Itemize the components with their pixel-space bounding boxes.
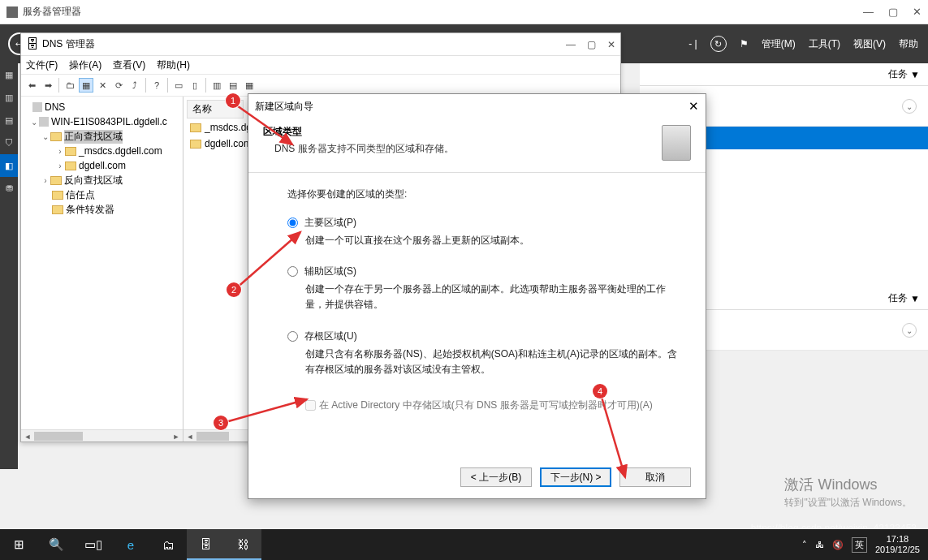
dns-icon: 🗄 [26,37,39,52]
rail-item[interactable]: ▦ [0,63,18,86]
dns-tree[interactable]: DNS ⌄WIN-E1IS0843PIL.dgdell.c ⌄正向查找区域 ›_… [21,97,183,442]
tree-trust[interactable]: 信任点 [66,188,95,202]
rail-item[interactable]: ▤ [0,109,18,131]
cancel-button[interactable]: 取消 [619,467,691,487]
server-manager-icon [6,6,18,18]
wizard-prompt: 选择你要创建的区域的类型: [287,187,678,201]
tree-hscroll[interactable]: ◄► [21,429,183,442]
folder-icon [50,132,62,141]
collapse-icon[interactable]: ⌄ [902,99,917,114]
ie-icon[interactable]: e [112,529,149,560]
ad-storage-checkbox[interactable]: 在 Active Directory 中存储区域(只有 DNS 服务器是可写域控… [305,398,678,412]
start-button[interactable]: ⊞ [0,529,37,560]
tool-icon[interactable]: ▥ [209,78,224,93]
ime-indicator[interactable]: 英 [852,537,867,553]
folder-icon [52,205,63,214]
rail-item[interactable]: ⛃ [0,177,18,200]
tree-fwd-zone[interactable]: 正向查找区域 [64,130,123,144]
wizard-header-desc: DNS 服务器支持不同类型的区域和存储。 [263,142,662,156]
rail-item[interactable]: ⛉ [0,131,18,154]
tool-icon[interactable]: ▦ [242,78,257,93]
opt3-desc: 创建只含有名称服务器(NS)、起始授权机构(SOA)和粘连主机(A)记录的区域的… [287,343,678,389]
up-icon[interactable]: 🗀 [63,78,77,93]
tool-icon[interactable]: ▤ [226,78,240,93]
tree-dns-root[interactable]: DNS [45,101,65,113]
tasks-bar: 任务▼ [640,63,928,86]
menu-view[interactable]: 视图(V) [853,37,886,51]
help-icon[interactable]: ? [149,78,164,93]
tree-rev-zone[interactable]: 反向查找区域 [64,174,123,187]
delete-icon[interactable]: ✕ [95,78,110,93]
activation-watermark: 激活 Windows 转到"设置"以激活 Windows。 [784,475,912,510]
tasks-dropdown-2[interactable]: 任务▼ [888,291,920,305]
folder-icon [190,140,201,149]
tree-zone1[interactable]: _msdcs.dgdell.com [79,145,162,157]
back-button[interactable]: < 上一步(B) [460,467,532,487]
minimize-button[interactable]: — [863,6,874,18]
wizard-title: 新建区域向导 [255,100,688,114]
maximize-button[interactable]: ▢ [888,6,898,18]
menu-action[interactable]: 操作(A) [69,58,101,72]
dns-title: DNS 管理器 [42,37,566,51]
tool-icon[interactable]: ▭ [171,78,186,93]
menu-help[interactable]: 帮助(H) [157,58,190,72]
menu-manage[interactable]: 管理(M) [762,37,796,51]
network-icon[interactable]: 🖧 [815,540,824,549]
nav-back-icon[interactable]: ⬅ [24,78,39,93]
collapse-icon-2[interactable]: ⌄ [902,323,917,338]
menu-help[interactable]: 帮助 [899,37,918,51]
server-manager-titlebar: 服务器管理器 — ▢ ✕ [0,0,928,24]
tree-zone2[interactable]: dgdell.com [79,160,126,171]
server-manager-task-icon[interactable]: 🗄 [187,529,224,560]
annotation-marker-3: 3 [214,416,228,430]
radio-stub-zone[interactable]: 存根区域(U) [287,330,678,343]
taskbar: ⊞ 🔍 ▭▯ e 🗂 🗄 ⛓ ˄ 🖧 🔇 英 17:182019/12/25 [0,529,928,560]
tree-cond[interactable]: 条件转发器 [66,203,114,217]
rail-item[interactable]: ▥ [0,86,18,109]
new-zone-wizard: 新建区域向导 ✕ 区域类型 DNS 服务器支持不同类型的区域和存储。 选择你要创… [248,93,706,499]
rail-item-active[interactable]: ◧ [0,154,18,177]
tool-icon[interactable]: ▯ [188,78,202,93]
radio-primary-zone[interactable]: 主要区域(P) [287,216,678,230]
search-icon[interactable]: 🔍 [37,529,75,560]
tray-up-icon[interactable]: ˄ [802,540,807,550]
dns-maximize[interactable]: ▢ [587,39,596,50]
refresh-icon[interactable]: ↻ [710,36,727,52]
task-view-icon[interactable]: ▭▯ [75,529,112,560]
annotation-marker-4: 4 [593,384,607,398]
dns-root-icon [32,102,42,112]
opt2-desc: 创建一个存在于另一个服务器上的区域的副本。此选项帮助主服务器平衡处理的工作量，并… [287,278,678,324]
export-icon[interactable]: ⤴ [127,78,142,93]
breadcrumb-dash: - | [688,38,697,50]
radio-secondary-zone[interactable]: 辅助区域(S) [287,265,678,278]
wizard-header-title: 区域类型 [263,125,662,139]
dns-task-icon[interactable]: ⛓ [224,529,261,560]
close-button[interactable]: ✕ [913,6,922,18]
nav-fwd-icon[interactable]: ➡ [41,78,55,93]
server-manager-title: 服务器管理器 [23,5,863,19]
annotation-marker-2: 2 [227,282,241,297]
folder-icon [190,123,201,132]
refresh-icon[interactable]: ⟳ [111,78,126,93]
folder-icon [50,176,62,185]
system-tray: ˄ 🖧 🔇 英 17:182019/12/25 [802,534,928,555]
dns-minimize[interactable]: — [566,39,576,50]
explorer-icon[interactable]: 🗂 [149,529,187,560]
view-icon[interactable]: ▦ [79,78,93,93]
wizard-close-icon[interactable]: ✕ [688,99,699,114]
clock[interactable]: 17:182019/12/25 [875,534,920,555]
opt1-desc: 创建一个可以直接在这个服务器上更新的区域副本。 [287,230,678,260]
next-button[interactable]: 下一步(N) > [540,467,611,487]
server-graphic-icon [662,125,691,161]
sound-icon[interactable]: 🔇 [832,540,844,550]
folder-icon [52,191,63,200]
dns-close[interactable]: ✕ [607,39,615,50]
tasks-dropdown[interactable]: 任务▼ [888,67,920,81]
menu-tools[interactable]: 工具(T) [809,37,840,51]
dns-menubar: 文件(F) 操作(A) 查看(V) 帮助(H) [21,56,620,74]
flag-icon[interactable]: ⚑ [740,38,749,50]
menu-file[interactable]: 文件(F) [26,58,58,72]
menu-view[interactable]: 查看(V) [113,58,145,72]
tree-server[interactable]: WIN-E1IS0843PIL.dgdell.c [51,116,167,127]
server-icon [39,117,49,127]
